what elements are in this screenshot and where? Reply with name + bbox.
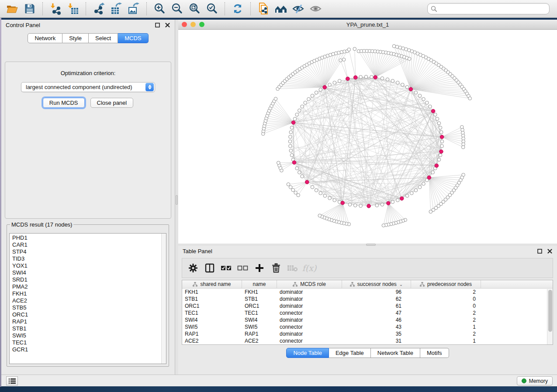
mcds-result-item[interactable]: TEC1 bbox=[12, 339, 166, 346]
export-image-icon[interactable] bbox=[126, 1, 141, 16]
network-canvas[interactable] bbox=[178, 30, 557, 244]
mcds-result-item[interactable]: STB1 bbox=[12, 325, 166, 332]
mcds-result-item[interactable]: SWI5 bbox=[12, 332, 166, 339]
search-box[interactable] bbox=[427, 3, 550, 14]
cell-predecessor-nodes: 2 bbox=[411, 289, 481, 295]
mcds-result-item[interactable]: GCR1 bbox=[12, 346, 166, 353]
close-panel-icon[interactable] bbox=[547, 248, 553, 254]
mcds-result-item[interactable]: STB5 bbox=[12, 304, 166, 311]
create-column-plus-icon[interactable] bbox=[254, 262, 265, 274]
tab-network[interactable]: Network bbox=[28, 33, 62, 43]
table-row[interactable]: RAP1RAP1dominator352 bbox=[182, 330, 553, 337]
table-row[interactable]: STB1STB1dominator620 bbox=[182, 296, 553, 303]
search-input[interactable] bbox=[437, 4, 549, 13]
table-row[interactable]: SWI4SWI4dominator462 bbox=[182, 316, 553, 323]
column-header-shared-name[interactable]: shared name bbox=[182, 280, 242, 288]
mcds-result-item[interactable]: SRD1 bbox=[12, 276, 166, 283]
tab-node-table[interactable]: Node Table bbox=[286, 348, 329, 358]
cell-MCDS-role: dominator bbox=[277, 317, 342, 323]
show-hidden-eye-icon[interactable] bbox=[308, 1, 323, 16]
tab-edge-table[interactable]: Edge Table bbox=[329, 348, 371, 358]
mcds-result-item[interactable]: TID3 bbox=[12, 255, 166, 262]
refresh-icon[interactable] bbox=[230, 1, 245, 16]
mcds-result-item[interactable]: ORC1 bbox=[12, 311, 166, 318]
mcds-result-list[interactable]: PHD1CAR1STP4TID3YOX1SWI4SRD1PMA2FKH1ACE2… bbox=[9, 233, 166, 364]
table-settings-gear-icon[interactable] bbox=[187, 262, 199, 274]
mcds-result-item[interactable]: SWI4 bbox=[12, 269, 166, 276]
mcds-result-item[interactable]: ACE2 bbox=[12, 297, 166, 304]
float-panel-icon[interactable] bbox=[536, 248, 543, 254]
run-mcds-button[interactable]: Run MCDS bbox=[43, 98, 85, 108]
tab-select[interactable]: Select bbox=[89, 33, 118, 43]
cell-successor-nodes: 46 bbox=[342, 317, 411, 323]
table-type-tabs: Node TableEdge TableNetwork TableMotifs bbox=[286, 348, 449, 358]
tab-network-table[interactable]: Network Table bbox=[371, 348, 420, 358]
column-view-icon[interactable] bbox=[204, 262, 215, 274]
splitter-grip[interactable] bbox=[176, 195, 178, 205]
table-panel-title: Table Panel bbox=[183, 248, 212, 254]
tab-style[interactable]: Style bbox=[62, 33, 89, 43]
cell-name: STB1 bbox=[242, 296, 277, 302]
cell-name: FKH1 bbox=[242, 289, 277, 295]
column-header-filler bbox=[481, 280, 553, 288]
zoom-in-icon[interactable] bbox=[152, 1, 167, 16]
hide-selected-eye-icon[interactable] bbox=[291, 1, 306, 16]
import-network-icon[interactable] bbox=[48, 1, 63, 16]
zoom-selected-icon[interactable] bbox=[204, 1, 219, 16]
table-row[interactable]: SWI5SWI5connector431 bbox=[182, 323, 553, 330]
close-panel-icon[interactable] bbox=[164, 22, 170, 28]
cell-name: ORC1 bbox=[242, 303, 277, 309]
export-network-icon[interactable] bbox=[91, 1, 106, 16]
control-panel-tabs: NetworkStyleSelectMCDS bbox=[1, 33, 175, 43]
table-row[interactable]: TEC1TEC1connector472 bbox=[182, 309, 553, 316]
cell-successor-nodes: 96 bbox=[342, 289, 411, 295]
first-neighbors-icon[interactable] bbox=[273, 1, 288, 16]
cell-name: ACE2 bbox=[242, 338, 277, 344]
control-panel-title: Control Panel bbox=[6, 22, 40, 28]
mcds-result-item[interactable]: PMA2 bbox=[12, 283, 166, 290]
mcds-result-item[interactable]: FKH1 bbox=[12, 290, 166, 297]
mcds-result-title: MCDS result (17 nodes) bbox=[10, 221, 73, 228]
table-row[interactable]: ORC1ORC1dominator610 bbox=[182, 303, 553, 309]
task-history-button[interactable] bbox=[6, 376, 18, 385]
import-table-icon[interactable] bbox=[66, 1, 80, 16]
mcds-list-scrollbar[interactable] bbox=[161, 234, 166, 364]
zoom-fit-icon[interactable] bbox=[187, 1, 202, 16]
table-scrollbar[interactable] bbox=[547, 289, 553, 344]
network-window-titlebar: YPA_prune.txt_1 bbox=[178, 20, 557, 30]
function-builder-icon: f(x) bbox=[304, 262, 315, 274]
column-header-predecessor-nodes[interactable]: predecessor nodes bbox=[411, 280, 481, 288]
mcds-result-item[interactable]: CAR1 bbox=[12, 241, 166, 248]
table-scrollbar-thumb[interactable] bbox=[548, 290, 552, 332]
network-graph[interactable] bbox=[178, 30, 557, 244]
zoom-out-icon[interactable] bbox=[170, 1, 184, 16]
vertical-splitter[interactable] bbox=[175, 20, 178, 375]
column-header-name[interactable]: name bbox=[242, 280, 277, 288]
delete-column-trash-icon[interactable] bbox=[270, 262, 282, 274]
mcds-result-item[interactable]: YOX1 bbox=[12, 262, 166, 269]
cell-predecessor-nodes: 1 bbox=[411, 324, 481, 330]
duplicate-network-icon[interactable] bbox=[256, 1, 271, 16]
tab-mcds[interactable]: MCDS bbox=[118, 33, 148, 43]
table-row[interactable]: ACE2ACE2connector311 bbox=[182, 337, 553, 344]
memory-button[interactable]: Memory bbox=[517, 376, 553, 385]
select-all-columns-icon[interactable] bbox=[221, 262, 232, 274]
close-panel-button[interactable]: Close panel bbox=[90, 98, 134, 108]
criterion-dropdown[interactable]: largest connected component (undirected) bbox=[21, 82, 155, 92]
unselect-all-columns-icon[interactable] bbox=[237, 262, 249, 274]
save-session-icon[interactable] bbox=[22, 1, 37, 16]
mcds-result-item[interactable]: STP4 bbox=[12, 248, 166, 255]
export-table-icon[interactable] bbox=[109, 1, 124, 16]
open-file-icon[interactable] bbox=[5, 1, 20, 16]
tab-motifs[interactable]: Motifs bbox=[420, 348, 449, 358]
table-row[interactable]: FKH1FKH1dominator962 bbox=[182, 289, 553, 296]
mcds-result-item[interactable]: PHD1 bbox=[12, 234, 166, 241]
mcds-result-item[interactable]: RAP1 bbox=[12, 318, 166, 325]
cell-predecessor-nodes: 0 bbox=[411, 303, 481, 309]
criterion-selected-value: largest connected component (undirected) bbox=[21, 84, 145, 90]
table-panel-header: Table Panel bbox=[178, 246, 557, 256]
cell-shared-name: STB1 bbox=[182, 296, 242, 302]
column-header-MCDS-role[interactable]: MCDS role bbox=[277, 280, 342, 288]
float-panel-icon[interactable] bbox=[154, 22, 160, 28]
column-header-successor-nodes[interactable]: successor nodes⌄ bbox=[342, 280, 411, 288]
